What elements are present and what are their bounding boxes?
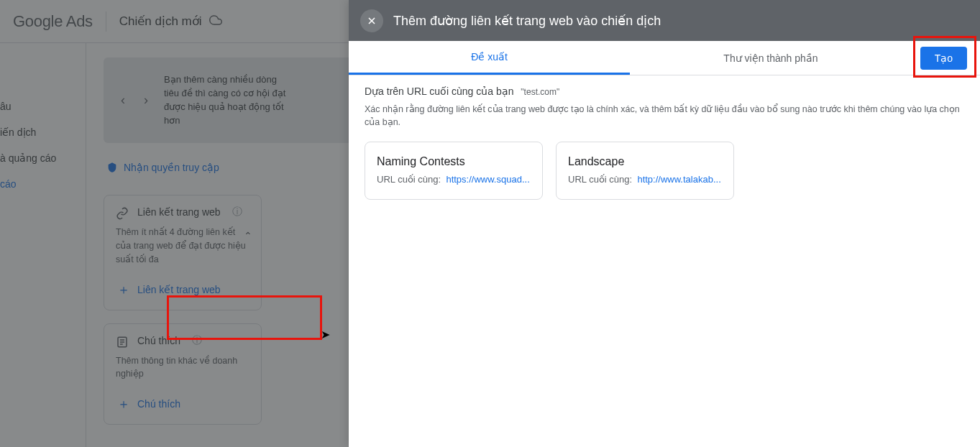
suggestion-url[interactable]: https://www.squad... xyxy=(446,174,529,185)
panel-header: Thêm đường liên kết trang web vào chiến … xyxy=(349,0,980,41)
suggestion-card[interactable]: Naming Contests URL cuối cùng: https://w… xyxy=(365,142,543,200)
panel-title: Thêm đường liên kết trang web vào chiến … xyxy=(393,13,661,29)
tab-library[interactable]: Thư viện thành phần xyxy=(630,41,911,75)
suggestion-url-line: URL cuối cùng: http://www.talakab... xyxy=(568,174,722,185)
based-on-url: "test.com" xyxy=(521,87,559,97)
confirm-text: Xác nhận rằng đường liên kết của trang w… xyxy=(365,103,964,129)
suggestion-title: Landscape xyxy=(568,155,722,168)
create-button[interactable]: Tạo xyxy=(920,47,967,70)
panel-tabs: Đề xuất Thư viện thành phần Tạo xyxy=(349,41,980,75)
panel-body: Dựa trên URL cuối cùng của bạn "test.com… xyxy=(349,75,980,210)
close-icon xyxy=(366,15,377,27)
suggestion-row: Naming Contests URL cuối cùng: https://w… xyxy=(365,142,964,200)
final-url-label: URL cuối cùng: xyxy=(377,174,441,185)
close-button[interactable] xyxy=(360,9,383,32)
suggestion-url-line: URL cuối cùng: https://www.squad... xyxy=(377,174,531,185)
final-url-label: URL cuối cùng: xyxy=(568,174,632,185)
suggestion-title: Naming Contests xyxy=(377,155,531,168)
sitelink-panel: Thêm đường liên kết trang web vào chiến … xyxy=(349,0,980,447)
suggestion-card[interactable]: Landscape URL cuối cùng: http://www.tala… xyxy=(556,142,734,200)
based-on-text: Dựa trên URL cuối cùng của bạn "test.com… xyxy=(365,86,964,97)
suggestion-url[interactable]: http://www.talakab... xyxy=(637,174,720,185)
tab-suggested[interactable]: Đề xuất xyxy=(349,41,630,75)
based-on-label: Dựa trên URL cuối cùng của bạn xyxy=(365,86,513,97)
